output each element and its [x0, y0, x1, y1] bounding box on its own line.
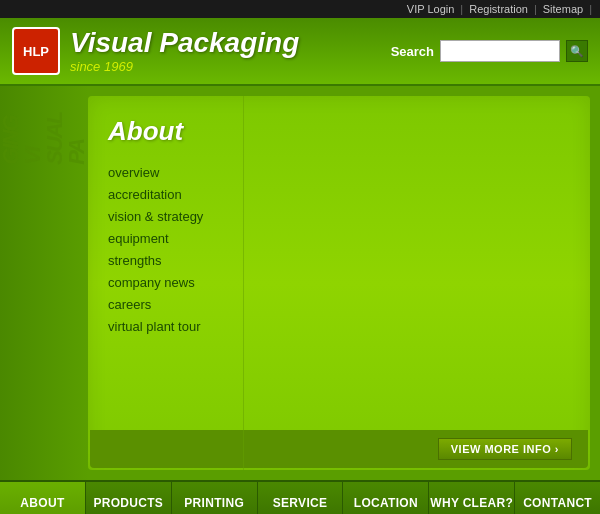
- nav-link-vision-&-strategy[interactable]: vision & strategy: [108, 209, 203, 224]
- vip-login-link[interactable]: VIP Login: [407, 3, 455, 15]
- nav-link-item: overview: [108, 163, 570, 181]
- bottom-nav-item-contanct[interactable]: CONTANCT: [515, 482, 600, 514]
- watermark-text: VISUALPACKAGINGVISUALPACKAGINGVISUALPACK…: [0, 96, 88, 165]
- header: HLP Visual Packaging since 1969 Search 🔍: [0, 18, 600, 86]
- nav-link-company-news[interactable]: company news: [108, 275, 195, 290]
- view-more-button[interactable]: VIEW MORE INFO ›: [438, 438, 572, 460]
- logo-area: HLP Visual Packaging since 1969: [12, 27, 299, 75]
- nav-link-item: equipment: [108, 229, 570, 247]
- logo-text: Visual Packaging since 1969: [70, 29, 299, 74]
- left-strip: VISUALPACKAGINGVISUALPACKAGINGVISUALPACK…: [0, 86, 88, 480]
- sep3: |: [589, 3, 592, 15]
- nav-link-overview[interactable]: overview: [108, 165, 159, 180]
- nav-link-virtual-plant-tour[interactable]: virtual plant tour: [108, 319, 201, 334]
- nav-link-item: strengths: [108, 251, 570, 269]
- search-label: Search: [391, 44, 434, 59]
- nav-link-equipment[interactable]: equipment: [108, 231, 169, 246]
- bottom-nav-item-service[interactable]: SERVICE: [258, 482, 344, 514]
- logo-since: since 1969: [70, 59, 299, 74]
- top-bar: VIP Login | Registration | Sitemap |: [0, 0, 600, 18]
- sep1: |: [460, 3, 463, 15]
- content-panel: About overviewaccreditationvision & stra…: [88, 96, 590, 470]
- logo-title: Visual Packaging: [70, 29, 299, 57]
- bottom-nav: ABOUTPRODUCTSPRINTINGSERVICELOCATIONWHY …: [0, 480, 600, 514]
- nav-links: overviewaccreditationvision & strategyeq…: [108, 163, 570, 335]
- sitemap-link[interactable]: Sitemap: [543, 3, 583, 15]
- search-icon: 🔍: [570, 45, 584, 58]
- nav-link-item: company news: [108, 273, 570, 291]
- bottom-nav-item-products[interactable]: PRODUCTS: [86, 482, 172, 514]
- panel-inner: About overviewaccreditationvision & stra…: [88, 96, 590, 430]
- nav-link-strengths[interactable]: strengths: [108, 253, 161, 268]
- main-area: VISUALPACKAGINGVISUALPACKAGINGVISUALPACK…: [0, 86, 600, 480]
- logo-icon: HLP: [12, 27, 60, 75]
- nav-link-item: careers: [108, 295, 570, 313]
- bottom-nav-item-location[interactable]: LOCATION: [343, 482, 429, 514]
- nav-link-item: virtual plant tour: [108, 317, 570, 335]
- logo-icon-text: HLP: [23, 44, 49, 59]
- about-title: About: [108, 116, 570, 147]
- nav-link-item: accreditation: [108, 185, 570, 203]
- sep2: |: [534, 3, 537, 15]
- nav-link-accreditation[interactable]: accreditation: [108, 187, 182, 202]
- registration-link[interactable]: Registration: [469, 3, 528, 15]
- view-more-bar: VIEW MORE INFO ›: [90, 430, 588, 468]
- search-button[interactable]: 🔍: [566, 40, 588, 62]
- search-input[interactable]: [440, 40, 560, 62]
- search-area: Search 🔍: [391, 40, 588, 62]
- nav-link-item: vision & strategy: [108, 207, 570, 225]
- bottom-nav-item-why-clear?[interactable]: WHY CLEAR?: [429, 482, 515, 514]
- bottom-nav-item-about[interactable]: ABOUT: [0, 482, 86, 514]
- bottom-nav-item-printing[interactable]: PRINTING: [172, 482, 258, 514]
- nav-link-careers[interactable]: careers: [108, 297, 151, 312]
